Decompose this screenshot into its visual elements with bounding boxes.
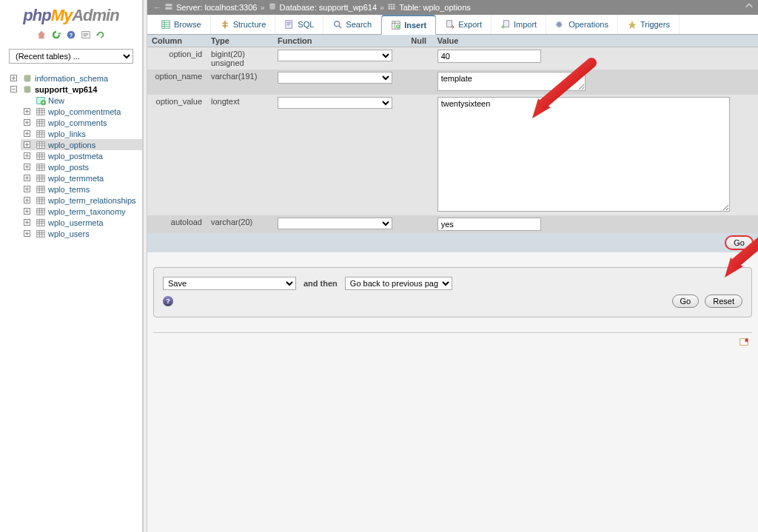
go-button-2[interactable]: Go [672,294,700,308]
table-row: autoload varchar(20) [147,215,758,233]
breadcrumb-server[interactable]: Server: localhost:3306 [176,3,257,12]
table-browse-icon[interactable] [35,229,47,239]
sql-icon[interactable] [81,30,91,41]
value-input[interactable] [437,218,541,231]
expand-icon[interactable] [24,141,35,148]
tab-export[interactable]: Export [436,15,492,34]
tab-bar: Browse Structure SQL Search Insert Expor… [147,15,758,35]
reload-icon[interactable] [95,30,106,41]
save-mode-select[interactable]: Save [163,277,296,290]
expand-icon[interactable] [24,230,35,237]
new-table-link[interactable]: New [21,95,142,106]
table-node[interactable]: wplo_term_relationships [21,195,142,206]
tree-label: wplo_term_taxonomy [47,207,126,216]
expand-icon[interactable] [24,164,35,170]
breadcrumb-table[interactable]: Table: wplo_options [399,3,471,12]
col-header-column: Column [147,35,207,47]
tab-structure[interactable]: Structure [211,15,276,34]
function-select[interactable] [278,218,392,229]
expand-icon[interactable] [24,130,35,137]
table-browse-icon[interactable] [35,140,47,150]
expand-icon[interactable] [24,152,35,159]
table-browse-icon[interactable] [35,173,47,183]
table-row: option_name varchar(191) template [147,70,758,95]
breadcrumb-database[interactable]: Database: supportt_wp614 [280,3,377,12]
and-then-label: and then [303,279,338,288]
collapse-icon[interactable] [10,86,21,92]
value-textarea[interactable]: twentysixteen [437,97,730,212]
table-browse-icon[interactable] [35,129,47,139]
tab-operations[interactable]: Operations [546,15,618,34]
tab-triggers[interactable]: Triggers [618,15,680,34]
table-browse-icon[interactable] [35,162,47,172]
collapse-top-icon[interactable] [745,1,754,12]
svg-rect-33 [37,230,45,237]
svg-text:?: ? [70,32,73,38]
table-node[interactable]: wplo_posts [21,161,142,172]
home-icon[interactable] [36,30,47,41]
tab-import[interactable]: Import [492,15,546,34]
table-node[interactable]: wplo_terms [21,183,142,195]
server-icon [164,2,173,13]
value-input[interactable] [437,50,541,63]
tree-label: wplo_postmeta [47,152,103,161]
table-browse-icon[interactable] [35,195,47,206]
svg-rect-23 [37,175,45,181]
expand-icon[interactable] [24,197,35,203]
tree-label: wplo_comments [47,118,107,127]
svg-rect-21 [37,164,45,170]
table-browse-icon[interactable] [35,151,47,161]
db-node[interactable]: information_schema [7,73,142,84]
table-browse-icon[interactable] [35,118,47,128]
table-node[interactable]: wplo_comments [21,117,142,128]
docs-icon[interactable]: ? [66,30,76,41]
function-select[interactable] [278,97,392,109]
col-header-type: Type [207,35,273,47]
db-node[interactable]: supportt_wp614 [7,84,142,95]
tab-insert[interactable]: Insert [381,15,436,35]
tree-label: wplo_terms [47,185,90,194]
table-node[interactable]: wplo_usermeta [21,217,142,228]
function-select[interactable] [278,72,392,84]
expand-icon[interactable] [24,108,35,115]
tree-label: wplo_usermeta [47,218,104,227]
table-node[interactable]: wplo_postmeta [21,150,142,161]
value-textarea[interactable]: template [437,72,586,91]
reset-button[interactable]: Reset [705,294,742,308]
table-node[interactable]: wplo_links [21,128,142,139]
expand-icon[interactable] [24,186,35,192]
database-icon [268,2,277,13]
function-select[interactable] [278,50,392,61]
tab-browse[interactable]: Browse [152,15,211,34]
expand-icon[interactable] [24,119,35,126]
expand-icon[interactable] [24,175,35,181]
nav-toggle-icon[interactable]: ← [153,3,161,12]
expand-icon[interactable] [10,75,21,81]
table-node[interactable]: wplo_term_taxonomy [21,206,142,217]
logo[interactable]: phpMyAdmin [0,0,142,28]
expand-icon[interactable] [24,219,35,226]
tab-search[interactable]: Search [323,15,381,34]
breadcrumb: ← Server: localhost:3306 » Database: sup… [147,0,758,15]
help-icon[interactable]: ? [163,296,173,306]
table-browse-icon[interactable] [35,184,47,195]
table-node[interactable]: wplo_options [21,139,142,150]
table-node[interactable]: wplo_users [21,228,142,239]
after-insert-box: Save and then Go back to previous page ?… [153,267,752,317]
table-browse-icon[interactable] [35,218,47,228]
logout-icon[interactable] [51,30,61,41]
bookmark-icon[interactable] [147,337,758,349]
table-node[interactable]: wplo_commentmeta [21,106,142,117]
expand-icon[interactable] [24,208,35,215]
recent-tables-select[interactable]: (Recent tables) ... [9,49,133,64]
go-button[interactable]: Go [725,235,754,250]
column-type: longtext [207,95,273,215]
table-browse-icon[interactable] [35,107,47,117]
table-node[interactable]: wplo_termmeta [21,172,142,183]
col-header-value: Value [433,35,758,47]
svg-rect-11 [37,108,45,115]
tab-sql[interactable]: SQL [275,15,323,34]
svg-rect-19 [37,152,45,159]
table-browse-icon[interactable] [35,206,47,217]
after-action-select[interactable]: Go back to previous page [345,277,452,290]
